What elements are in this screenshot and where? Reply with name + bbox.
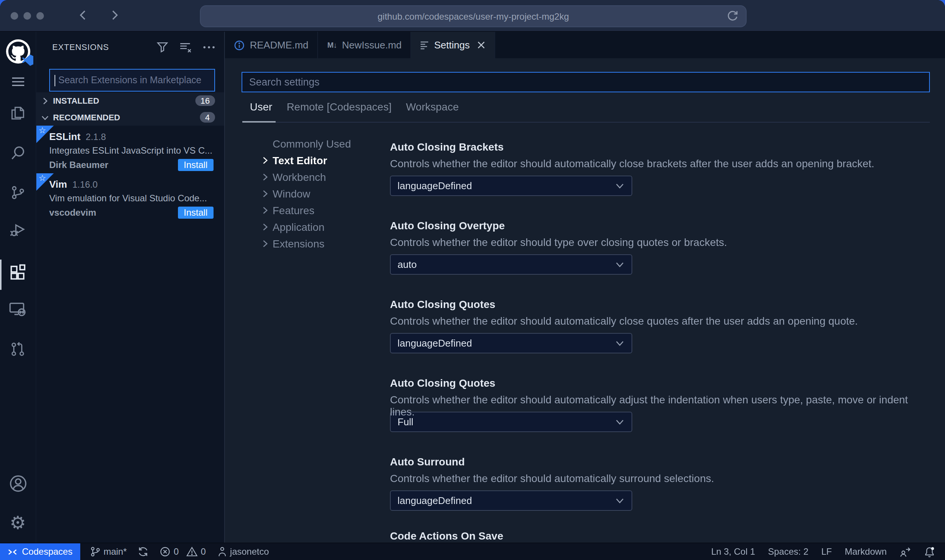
setting-description: Controls whether the editor should autom… xyxy=(390,157,920,171)
window-minimize-button[interactable] xyxy=(23,12,31,20)
person-icon xyxy=(217,546,227,557)
sync-button[interactable] xyxy=(138,546,149,557)
setting-row-code-actions-on-save: Code Actions On Save xyxy=(390,530,920,543)
setting-title: Auto Closing Quotes xyxy=(390,298,920,312)
settings-editor-icon xyxy=(421,40,429,50)
setting-dropdown[interactable]: Full xyxy=(390,412,632,432)
forward-icon[interactable] xyxy=(108,9,120,21)
extension-row-eslint[interactable]: ☆ ESLint 2.1.8 Integrates ESLint JavaScr… xyxy=(36,126,224,173)
account-icon[interactable] xyxy=(0,471,36,496)
toc-item-window[interactable]: Window xyxy=(260,185,397,202)
codespaces-remote-button[interactable]: Codespaces xyxy=(0,543,80,560)
window-zoom-button[interactable] xyxy=(36,12,44,20)
codespaces-label: Codespaces xyxy=(22,546,72,557)
indentation[interactable]: Spaces: 2 xyxy=(768,546,809,557)
setting-title: Auto Closing Brackets xyxy=(390,141,920,154)
dropdown-value: Full xyxy=(398,416,413,428)
explorer-icon[interactable] xyxy=(0,100,36,126)
language-mode[interactable]: Markdown xyxy=(845,546,887,557)
scope-tab-user[interactable]: User xyxy=(250,101,272,113)
setting-dropdown[interactable]: languageDefined xyxy=(390,333,632,353)
extensions-icon[interactable] xyxy=(0,260,36,285)
browser-window: github.com/codespaces/user-my-project-mg… xyxy=(0,0,945,560)
extension-search-input[interactable] xyxy=(55,75,214,86)
settings-search-input[interactable] xyxy=(242,76,929,88)
settings-gear-icon[interactable]: ⚙ xyxy=(0,510,36,536)
install-button[interactable]: Install xyxy=(178,207,214,219)
clear-extension-search-icon[interactable] xyxy=(179,41,192,53)
scope-divider xyxy=(242,122,930,123)
extension-description: Vim emulation for Visual Studio Code... xyxy=(49,193,214,204)
extension-description: Integrates ESLint JavaScript into VS C..… xyxy=(49,145,214,156)
install-button[interactable]: Install xyxy=(178,159,214,171)
menu-icon[interactable] xyxy=(0,69,36,95)
tab-bar: README.md M↓ NewIssue.md Settings xyxy=(225,32,945,58)
more-actions-icon[interactable] xyxy=(203,45,215,49)
chevron-right-icon xyxy=(260,206,270,215)
chevron-down-icon xyxy=(615,181,625,191)
notifications-bell-icon[interactable] xyxy=(924,546,935,557)
back-icon[interactable] xyxy=(77,9,89,21)
toc-item-features[interactable]: Features xyxy=(260,202,397,219)
setting-dropdown[interactable]: languageDefined xyxy=(390,176,632,196)
settings-search-box xyxy=(242,72,930,92)
installed-count-badge: 16 xyxy=(195,95,215,106)
chevron-down-icon xyxy=(41,113,49,121)
cursor-position[interactable]: Ln 3, Col 1 xyxy=(711,546,755,557)
source-control-icon[interactable] xyxy=(0,179,36,205)
chevron-down-icon xyxy=(615,260,625,269)
recommended-section-header[interactable]: RECOMMENDED 4 xyxy=(36,109,224,126)
installed-section-header[interactable]: INSTALLED 16 xyxy=(36,92,224,109)
setting-dropdown[interactable]: auto xyxy=(390,254,632,275)
eol-sequence[interactable]: LF xyxy=(821,546,832,557)
chevron-right-icon xyxy=(41,96,49,105)
window-close-button[interactable] xyxy=(11,12,18,20)
tab-newissue[interactable]: M↓ NewIssue.md xyxy=(318,32,412,58)
scope-tab-remote[interactable]: Remote [Codespaces] xyxy=(287,101,391,113)
run-debug-icon[interactable] xyxy=(0,217,36,243)
problems-button[interactable]: 0 0 xyxy=(160,546,206,557)
scope-tab-workspace[interactable]: Workspace xyxy=(406,101,459,113)
branch-button[interactable]: main* xyxy=(90,546,126,557)
setting-title: Auto Surround xyxy=(390,456,920,469)
star-icon: ☆ xyxy=(39,173,46,183)
dropdown-value: auto xyxy=(398,259,417,270)
error-count: 0 xyxy=(174,546,179,557)
feedback-icon[interactable] xyxy=(900,546,911,557)
address-bar[interactable]: github.com/codespaces/user-my-project-mg… xyxy=(200,5,747,27)
remote-explorer-icon[interactable] xyxy=(0,296,36,322)
toc-item-workbench[interactable]: Workbench xyxy=(260,169,397,185)
close-icon[interactable] xyxy=(477,41,486,49)
codespaces-app: github.com/codespaces/user-my-project-mg… xyxy=(0,0,945,560)
setting-row-auto-closing-brackets: Auto Closing Brackets Controls whether t… xyxy=(390,141,920,196)
setting-dropdown[interactable]: languageDefined xyxy=(390,490,632,511)
active-scope-underline xyxy=(242,121,276,123)
setting-row-auto-closing-quotes: Auto Closing Quotes Controls whether the… xyxy=(390,298,920,353)
settings-scope-tabs: User Remote [Codespaces] Workspace xyxy=(250,101,459,113)
info-icon xyxy=(234,40,245,50)
setting-title: Auto Closing Overtype xyxy=(390,219,920,233)
tab-readme[interactable]: README.md xyxy=(225,32,318,58)
recommended-count-badge: 4 xyxy=(200,112,215,123)
toc-item-extensions[interactable]: Extensions xyxy=(260,235,397,252)
star-icon: ☆ xyxy=(39,126,46,135)
toc-item-commonly-used[interactable]: Commonly Used xyxy=(260,135,397,152)
toc-item-text-editor[interactable]: Text Editor xyxy=(260,152,397,169)
warnings-icon xyxy=(186,546,198,557)
reload-icon[interactable] xyxy=(726,10,739,23)
toc-item-application[interactable]: Application xyxy=(260,219,397,235)
tab-label: Settings xyxy=(434,39,470,51)
pull-requests-icon[interactable] xyxy=(0,336,36,362)
chevron-down-icon xyxy=(615,417,625,427)
chevron-right-icon xyxy=(260,156,270,165)
user-button[interactable]: jasonetco xyxy=(217,546,269,557)
tab-settings[interactable]: Settings xyxy=(412,32,496,58)
chevron-right-icon xyxy=(260,222,270,232)
filter-icon[interactable] xyxy=(157,41,168,53)
tab-label: README.md xyxy=(250,39,309,51)
settings-editor: User Remote [Codespaces] Workspace Commo… xyxy=(225,58,945,543)
github-logo[interactable] xyxy=(0,39,36,64)
extension-row-vim[interactable]: ☆ Vim 1.16.0 Vim emulation for Visual St… xyxy=(36,173,224,221)
dropdown-value: languageDefined xyxy=(398,180,472,191)
search-icon[interactable] xyxy=(0,140,36,166)
